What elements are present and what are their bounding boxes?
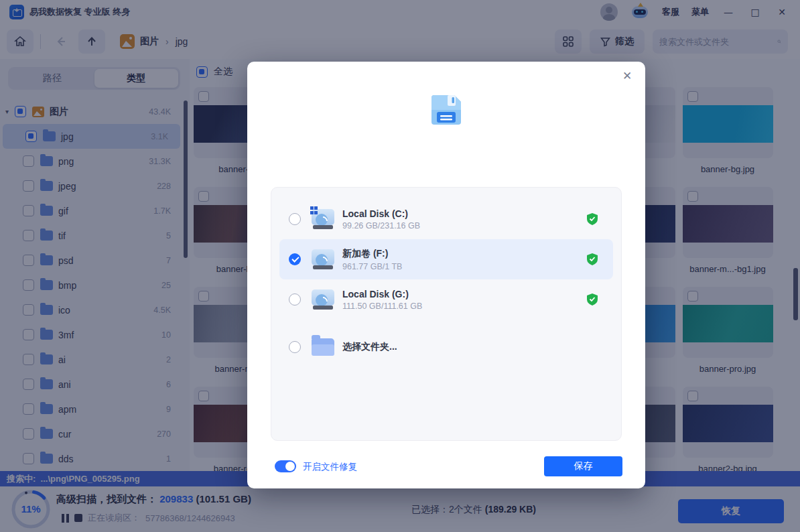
drive-capacity: 111.50 GB/111.61 GB [342,302,422,311]
drive-option-localdiskc[interactable]: Local Disk (C:)99.26 GB/231.16 GB [279,199,613,239]
browse-folder-icon [312,338,334,356]
disk-drive-icon [310,288,336,311]
save-button[interactable]: 保存 [544,456,622,476]
choose-folder-radio[interactable] [289,341,301,353]
dialog-footer: 开启文件修复 保存 [271,456,622,476]
drive-radio[interactable] [289,293,301,306]
drive-option-localdiskg[interactable]: Local Disk (G:)111.50 GB/111.61 GB [279,279,613,320]
drive-radio[interactable] [289,213,301,225]
choose-folder-option[interactable]: 选择文件夹... [279,327,613,367]
file-repair-label: 开启文件修复 [303,461,357,473]
drive-capacity: 99.26 GB/231.16 GB [342,221,420,230]
floppy-disk-icon [427,91,465,129]
drive-capacity: 961.77 GB/1 TB [342,262,402,271]
save-path-dialog: ✕ 选择保存文件的目标路径: 您有2个文件(189.29 KB)需要恢复。 Lo… [247,62,645,488]
drive-name: 新加卷 (F:) [342,248,402,260]
disk-drive-icon [310,248,336,271]
drive-option-f[interactable]: 新加卷 (F:)961.77 GB/1 TB [279,239,613,279]
drive-list-panel: Local Disk (C:)99.26 GB/231.16 GB新加卷 (F:… [271,187,622,441]
disk-drive-icon [310,208,336,230]
safe-shield-icon [586,293,598,306]
drive-radio[interactable] [289,253,301,265]
drive-name: Local Disk (C:) [342,208,420,219]
safe-shield-icon [586,253,598,266]
choose-folder-label: 选择文件夹... [342,341,397,353]
app-window: 易我数据恢复 专业版 终身 客服 菜单 — □ ✕ 图片 › jpg [0,0,800,532]
safe-shield-icon [586,212,598,226]
drive-name: Local Disk (G:) [342,289,422,300]
dialog-close-button[interactable]: ✕ [618,67,636,84]
file-repair-toggle[interactable] [275,460,296,472]
